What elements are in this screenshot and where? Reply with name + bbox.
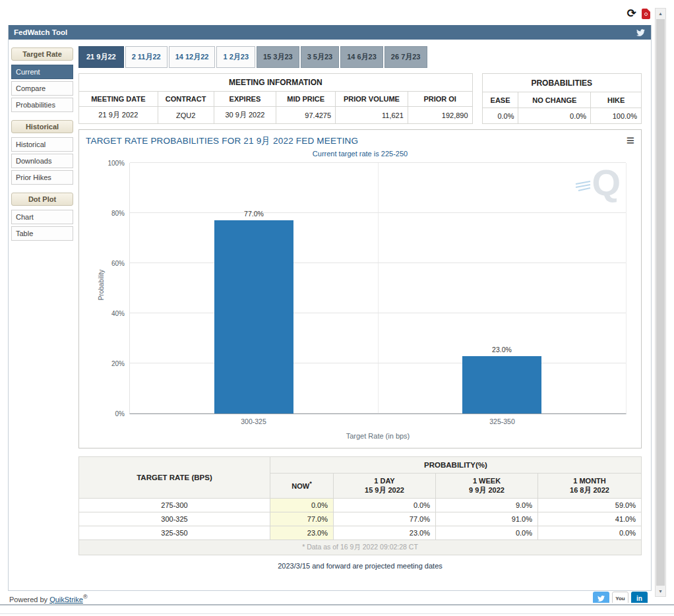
main-content: 21 9月22 2 11月22 14 12月22 1 2月23 15 3月23 … — [78, 46, 642, 570]
meeting-date-tabs: 21 9月22 2 11月22 14 12月22 1 2月23 15 3月23 … — [78, 46, 642, 68]
social-icons: You in — [593, 592, 648, 603]
now-label: NOW — [291, 482, 309, 490]
rate-cell: 325-350 — [79, 526, 270, 539]
sidebar-section-dot-plot[interactable]: Dot Plot — [11, 193, 73, 206]
x-axis-title: Target Rate (in bps) — [129, 432, 627, 440]
youtube-social-icon[interactable]: You — [612, 592, 628, 603]
sidebar-item-downloads[interactable]: Downloads — [11, 154, 73, 168]
data-as-of-footnote: * Data as of 16 9月 2022 09:02:28 CT — [79, 539, 642, 555]
y-axis-title: Probability — [98, 270, 105, 301]
no-change-value: 0.0% — [518, 108, 591, 124]
registered-mark: ® — [83, 594, 88, 600]
quikstrike-link[interactable]: QuikStrike — [49, 596, 83, 603]
pdf-fold-icon — [647, 9, 650, 12]
bottom-divider — [0, 604, 674, 605]
tab-meeting-date-3[interactable]: 14 12月22 — [169, 46, 216, 68]
table-row: 0.0% 0.0% 100.0% — [482, 108, 641, 124]
chart-subtitle: Current target rate is 225-250 — [86, 150, 634, 158]
col-date: 15 9月 2022 — [336, 485, 433, 495]
sidebar-item-historical[interactable]: Historical — [11, 137, 73, 152]
scroll-down-button[interactable]: ▼ — [656, 586, 665, 596]
page-edge-line — [0, 613, 674, 614]
column-header: EASE — [482, 92, 518, 108]
col-label: 1 WEEK — [438, 476, 536, 485]
month-cell: 0.0% — [538, 526, 642, 539]
col-label: 1 MONTH — [540, 476, 639, 485]
day-cell: 77.0% — [334, 512, 436, 526]
tab-meeting-date-6[interactable]: 3 5月23 — [301, 46, 340, 68]
y-tick-label: 100% — [107, 160, 125, 167]
pdf-dot-icon — [644, 13, 648, 16]
ease-value: 0.0% — [482, 108, 518, 124]
vertical-scrollbar[interactable]: ▲ ▼ — [655, 8, 666, 597]
y-tick-label: 80% — [111, 210, 125, 217]
chart-menu-icon[interactable]: ≡ — [627, 135, 634, 146]
sidebar-item-probabilities[interactable]: Probabilities — [11, 98, 73, 112]
week-cell: 0.0% — [436, 526, 538, 539]
prior-oi-value: 192,890 — [408, 107, 472, 124]
now-column-header: NOW* — [270, 474, 334, 499]
sidebar-section-historical[interactable]: Historical — [11, 120, 73, 133]
bar-value-label: 77.0% — [130, 210, 378, 218]
one-day-column-header: 1 DAY15 9月 2022 — [334, 474, 436, 499]
sidebar-item-prior-hikes[interactable]: Prior Hikes — [11, 170, 73, 185]
twitter-social-icon[interactable] — [593, 592, 609, 603]
fedwatch-widget: FedWatch Tool Target Rate Current Compar… — [8, 25, 652, 591]
now-cell: 0.0% — [270, 498, 334, 512]
meeting-information-title: MEETING INFORMATION — [79, 74, 473, 92]
one-month-column-header: 1 MONTH16 8月 2022 — [538, 474, 642, 499]
tab-meeting-date-1[interactable]: 21 9月22 — [78, 46, 124, 68]
tab-meeting-date-5[interactable]: 15 3月23 — [257, 46, 299, 68]
week-cell: 91.0% — [436, 512, 538, 526]
meeting-date-value: 21 9月 2022 — [79, 107, 158, 124]
one-week-column-header: 1 WEEK9 9月 2022 — [436, 474, 538, 499]
info-row: MEETING INFORMATION MEETING DATE CONTRAC… — [78, 73, 642, 124]
sidebar-item-table[interactable]: Table — [11, 226, 73, 241]
now-cell: 77.0% — [270, 512, 334, 526]
column-header: MID PRICE — [276, 92, 336, 107]
now-asterisk: * — [309, 480, 312, 487]
tab-meeting-date-7[interactable]: 14 6月23 — [340, 46, 383, 68]
scroll-up-button[interactable]: ▲ — [656, 9, 665, 18]
y-tick-label: 40% — [111, 310, 125, 317]
column-header: NO CHANGE — [518, 92, 591, 108]
expires-value: 30 9月 2022 — [214, 107, 276, 124]
sidebar-item-chart[interactable]: Chart — [11, 210, 73, 224]
column-header: PRIOR VOLUME — [336, 92, 408, 107]
sidebar-section-target-rate[interactable]: Target Rate — [11, 47, 73, 61]
y-tick-label: 0% — [115, 410, 125, 417]
refresh-icon[interactable]: ⟳ — [627, 8, 636, 19]
sidebar-item-compare[interactable]: Compare — [11, 81, 73, 96]
table-row: 300-325 77.0% 77.0% 91.0% 41.0% — [79, 512, 642, 526]
column-header: MEETING DATE — [79, 92, 158, 107]
widget-title: FedWatch Tool — [14, 28, 67, 36]
bar-300-325[interactable]: 77.0% — [130, 163, 378, 414]
bar-325-350[interactable]: 23.0% — [378, 163, 626, 414]
tab-meeting-date-8[interactable]: 26 7月23 — [384, 46, 427, 68]
bars-layer: 77.0%23.0% — [130, 163, 626, 414]
day-cell: 0.0% — [334, 498, 436, 512]
twitter-icon[interactable] — [636, 28, 646, 37]
top-icon-bar: ⟳ — [627, 8, 650, 19]
prior-volume-value: 11,621 — [336, 107, 408, 124]
y-tick-label: 60% — [111, 260, 125, 267]
tab-meeting-date-2[interactable]: 2 11月22 — [125, 46, 168, 68]
pdf-icon[interactable] — [642, 9, 650, 19]
powered-by: Powered by QuikStrike® — [9, 594, 88, 603]
day-cell: 23.0% — [334, 526, 436, 539]
col-date: 9 9月 2022 — [438, 485, 536, 495]
x-category-label: 300-325 — [129, 417, 378, 425]
target-rate-bps-header: TARGET RATE (BPS) — [79, 457, 270, 499]
rate-cell: 300-325 — [79, 512, 270, 526]
linkedin-social-icon[interactable]: in — [631, 592, 648, 603]
rate-cell: 275-300 — [79, 498, 270, 512]
probability-group-header: PROBABILITY(%) — [270, 457, 642, 474]
chart-title: TARGET RATE PROBABILITIES FOR 21 9月 2022… — [86, 135, 358, 147]
hike-value: 100.0% — [591, 108, 642, 124]
sidebar-item-current[interactable]: Current — [11, 65, 73, 79]
meeting-information-table: MEETING INFORMATION MEETING DATE CONTRAC… — [78, 73, 473, 124]
plot-area: Q 77.0%23.0% 0%20%40%60%80%100% — [129, 163, 627, 414]
scrollbar-thumb[interactable] — [656, 19, 665, 586]
tab-meeting-date-4[interactable]: 1 2月23 — [216, 46, 255, 68]
month-cell: 41.0% — [538, 512, 642, 526]
